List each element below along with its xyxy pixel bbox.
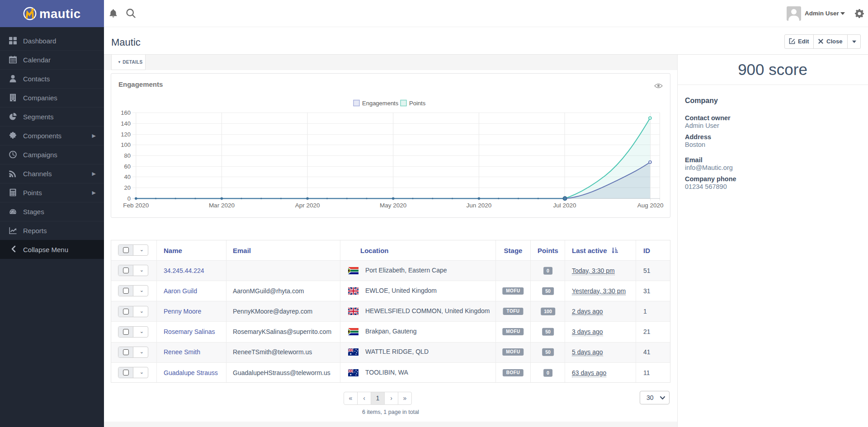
svg-text:Jul 2020: Jul 2020 xyxy=(553,202,576,209)
svg-text:Aug 2020: Aug 2020 xyxy=(637,202,664,209)
svg-text:160: 160 xyxy=(121,109,131,116)
svg-text:Mar 2020: Mar 2020 xyxy=(209,202,235,209)
svg-text:100: 100 xyxy=(121,141,131,148)
svg-text:120: 120 xyxy=(121,131,131,138)
svg-text:140: 140 xyxy=(121,120,131,127)
svg-text:60: 60 xyxy=(124,163,131,170)
svg-text:80: 80 xyxy=(124,152,131,159)
svg-text:Engagements: Engagements xyxy=(362,100,399,107)
svg-text:Jun 2020: Jun 2020 xyxy=(467,202,492,209)
svg-text:Apr 2020: Apr 2020 xyxy=(295,202,320,209)
svg-text:mautic: mautic xyxy=(39,7,81,20)
svg-text:Points: Points xyxy=(409,100,426,107)
svg-text:May 2020: May 2020 xyxy=(380,202,406,209)
svg-text:40: 40 xyxy=(124,174,131,180)
svg-text:0: 0 xyxy=(127,195,131,202)
svg-text:20: 20 xyxy=(124,184,131,191)
svg-text:Feb 2020: Feb 2020 xyxy=(123,202,149,209)
